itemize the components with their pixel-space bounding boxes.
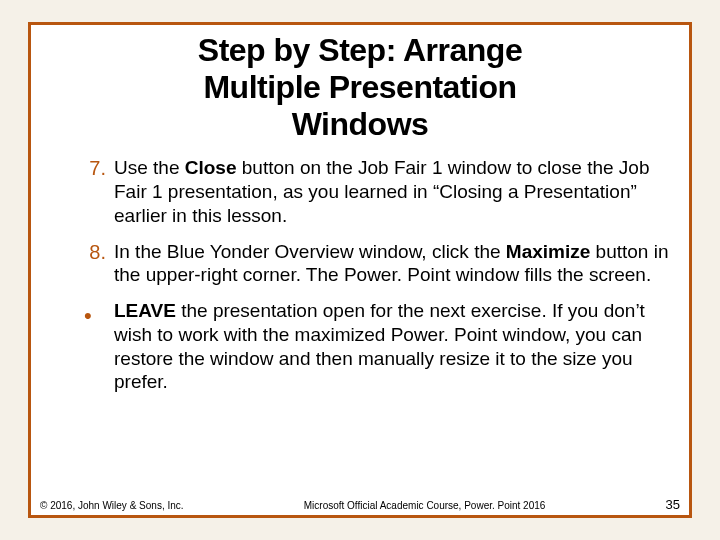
- step-list: 7. Use the Close button on the Job Fair …: [40, 156, 680, 394]
- item-text-post: the presentation open for the next exerc…: [114, 300, 645, 392]
- list-item: • LEAVE the presentation open for the ne…: [88, 299, 680, 394]
- title-line-3: Windows: [292, 106, 429, 142]
- slide-footer: © 2016, John Wiley & Sons, Inc. Microsof…: [40, 497, 680, 512]
- footer-page-number: 35: [666, 497, 680, 512]
- slide-content: Step by Step: Arrange Multiple Presentat…: [40, 32, 680, 490]
- item-marker: 8.: [66, 240, 106, 265]
- footer-course: Microsoft Official Academic Course, Powe…: [184, 500, 666, 511]
- item-text-pre: In the Blue Yonder Overview window, clic…: [114, 241, 506, 262]
- item-text-bold: LEAVE: [114, 300, 176, 321]
- item-text-bold: Close: [185, 157, 237, 178]
- item-text-bold: Maximize: [506, 241, 590, 262]
- title-line-1: Step by Step: Arrange: [198, 32, 522, 68]
- footer-copyright: © 2016, John Wiley & Sons, Inc.: [40, 500, 184, 511]
- title-line-2: Multiple Presentation: [203, 69, 516, 105]
- bullet-marker: •: [84, 305, 92, 327]
- slide-title: Step by Step: Arrange Multiple Presentat…: [40, 32, 680, 142]
- item-text-pre: Use the: [114, 157, 185, 178]
- item-marker: 7.: [66, 156, 106, 181]
- list-item: 7. Use the Close button on the Job Fair …: [88, 156, 680, 227]
- list-item: 8. In the Blue Yonder Overview window, c…: [88, 240, 680, 288]
